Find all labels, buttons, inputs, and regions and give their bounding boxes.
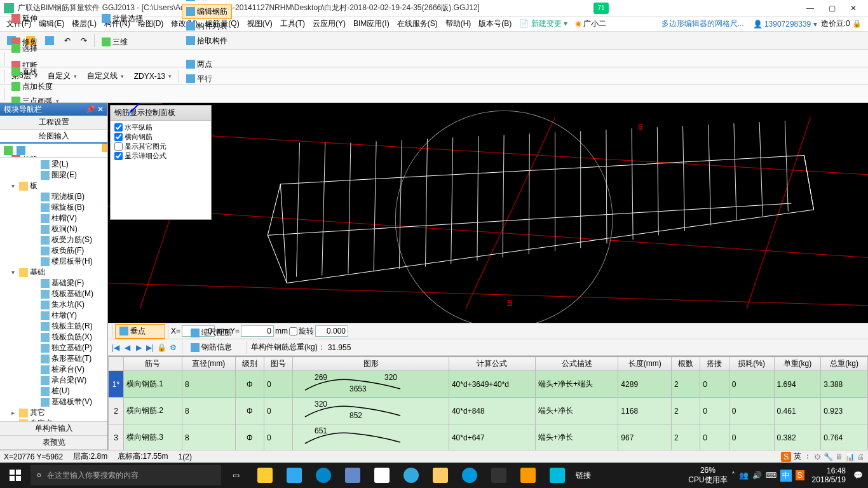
tree-item[interactable]: 集水坑(K) (0, 299, 107, 310)
task-view-button[interactable]: ▭ (221, 463, 250, 488)
tray-people-icon[interactable]: 👥 (739, 471, 749, 480)
edit-button[interactable]: 延伸 (7, 11, 57, 26)
phone-display[interactable]: 👤 13907298339 ▾ (753, 20, 817, 29)
start-button[interactable] (0, 463, 31, 488)
col-header[interactable]: 计算公式 (449, 357, 535, 371)
tab-table-preview[interactable]: 表预览 (0, 436, 107, 450)
tree-item[interactable]: 螺旋板(B) (0, 202, 107, 213)
tree-item[interactable]: 筏板基础(M) (0, 288, 107, 299)
col-header[interactable]: 级别 (235, 357, 264, 371)
context-button[interactable]: 构件列表 (182, 19, 232, 34)
menu-user[interactable]: ◉ 广小二 (571, 17, 610, 30)
tray-clock[interactable]: 16:482018/5/19 (808, 466, 850, 485)
tray-keyboard-icon[interactable]: ⌨ (766, 471, 776, 480)
col-header[interactable]: 根数 (672, 357, 700, 371)
y-input[interactable] (241, 325, 274, 337)
col-header[interactable]: 损耗(%) (729, 357, 774, 371)
menu-item[interactable]: BIM应用(I) (349, 18, 393, 29)
tree-icon[interactable] (4, 146, 13, 155)
tb-app[interactable] (455, 463, 484, 488)
toolbar-button[interactable]: 批量选择 (97, 11, 155, 26)
tree-item[interactable]: 基础板带(V) (0, 396, 107, 407)
tree-item[interactable]: 板受力筋(S) (0, 234, 107, 245)
tree-item[interactable]: 柱帽(V) (0, 213, 107, 224)
nav-prev[interactable]: ◀ (122, 343, 132, 352)
draw-button[interactable]: 选择 (7, 41, 64, 56)
table-row[interactable]: 1*横向钢筋.18Φ0269365332040*d+3649+40*d端头+净长… (109, 371, 868, 398)
tb-ie[interactable] (397, 463, 426, 488)
minimize-button[interactable]: — (799, 0, 821, 17)
col-header[interactable]: 搭接 (700, 357, 729, 371)
tree-item[interactable]: 板洞(N) (0, 224, 107, 234)
col-header[interactable]: 长度(mm) (618, 357, 672, 371)
tb-explorer[interactable] (426, 463, 455, 488)
col-header[interactable]: 图形 (293, 357, 449, 371)
redo-button[interactable]: ↷ (76, 34, 92, 47)
tray-up-icon[interactable]: ˄ (731, 471, 735, 480)
tray-ime[interactable]: 中 (780, 470, 792, 482)
tb-app[interactable] (513, 463, 543, 488)
tb-app[interactable] (338, 463, 367, 488)
nav-refresh[interactable]: 🔒 (156, 343, 166, 352)
menu-item[interactable]: 工具(T) (276, 18, 309, 29)
tab-single-input[interactable]: 单构件输入 (0, 422, 107, 436)
tb-store[interactable] (367, 463, 397, 488)
nav-last[interactable]: ▶| (145, 343, 155, 352)
draw-button[interactable]: 直线 (7, 65, 64, 79)
toolbar-button[interactable]: 查看钢筋量 (97, 0, 155, 3)
tb-link[interactable]: 链接 (576, 470, 591, 481)
coin-display[interactable]: 造价豆:0 🔒 (817, 17, 865, 30)
tb-app[interactable] (484, 463, 513, 488)
menu-item[interactable]: 帮助(H) (442, 18, 475, 29)
tray-sogou-icon[interactable]: S (796, 470, 804, 480)
draw-button[interactable]: 点加长度 (7, 79, 64, 94)
tree-item[interactable]: 独立基础(P) (0, 342, 107, 353)
col-header[interactable]: 公式描述 (535, 357, 618, 371)
tree-item[interactable]: 圈梁(E) (0, 170, 107, 180)
context-button[interactable]: 两点 (182, 57, 232, 72)
3d-viewport[interactable]: 6 B 钢筋显示控制面板 水平纵筋 横向钢筋 显示其它图元 显示详细公式 z x… (108, 103, 868, 323)
menu-item[interactable]: 在线服务(S) (393, 18, 442, 29)
close-button[interactable]: ✕ (843, 0, 864, 17)
nav-next[interactable]: ▶ (133, 343, 144, 352)
ime-icon[interactable]: S (781, 452, 791, 462)
col-header[interactable]: 图号 (264, 357, 292, 371)
edit-button[interactable]: 旋转 (7, 0, 57, 3)
tray-volume-icon[interactable]: 🔊 (752, 471, 762, 480)
ime-lang[interactable]: 英 (794, 451, 801, 462)
tree-item[interactable]: 现浇板(B) (0, 191, 107, 202)
context-button[interactable]: 编辑钢筋 (182, 4, 232, 19)
tree-item[interactable]: ▾板 (0, 180, 107, 191)
col-header[interactable]: 筋号 (124, 357, 182, 371)
tb-app[interactable] (250, 463, 280, 488)
tab-drawing-input[interactable]: 绘图输入 (0, 130, 107, 144)
tb-edge[interactable] (309, 463, 338, 488)
rotate-checkbox[interactable] (289, 327, 297, 336)
table-row[interactable]: 2横向钢筋.28Φ032085240*d+848端头+净长11682000.46… (109, 398, 868, 424)
element-select[interactable]: 自定义线 (83, 69, 128, 83)
col-header[interactable]: 总重(kg) (821, 357, 868, 371)
tree-item[interactable]: 基础梁(F) (0, 278, 107, 288)
tree-icon[interactable] (17, 146, 25, 155)
tree-item[interactable]: 柱墩(Y) (0, 310, 107, 321)
col-header[interactable]: 单重(kg) (774, 357, 821, 371)
tree-item[interactable]: 板负筋(F) (0, 245, 107, 256)
context-button[interactable]: 平行 (182, 72, 232, 86)
tree-item[interactable]: 条形基础(T) (0, 353, 107, 364)
maximize-button[interactable]: ▢ (821, 0, 843, 17)
menu-item[interactable]: 楼层(L) (68, 18, 100, 29)
nav-first[interactable]: |◀ (111, 343, 121, 352)
tree-item[interactable]: ▸其它 (0, 407, 107, 418)
tree-item[interactable]: 梁(L) (0, 159, 107, 170)
menu-item[interactable]: 版本号(B) (475, 18, 515, 29)
rebar-table-wrap[interactable]: 筋号直径(mm)级别图号图形计算公式公式描述长度(mm)根数搭接损耗(%)单重(… (108, 356, 868, 450)
action-button[interactable]: 缩尺配筋 (186, 325, 243, 340)
rotate-input[interactable] (315, 325, 348, 337)
tree-item[interactable]: 楼层板带(H) (0, 256, 107, 267)
menu-new-change[interactable]: 📄 新建变更 ▾ (515, 17, 571, 30)
tab-project-settings[interactable]: 工程设置 (0, 116, 107, 130)
tree-item[interactable]: 承台梁(W) (0, 375, 107, 386)
snap-button[interactable]: 垂点 (115, 324, 165, 339)
menu-item[interactable]: 视图(V) (243, 18, 276, 29)
menu-item[interactable]: 云应用(Y) (309, 18, 349, 29)
